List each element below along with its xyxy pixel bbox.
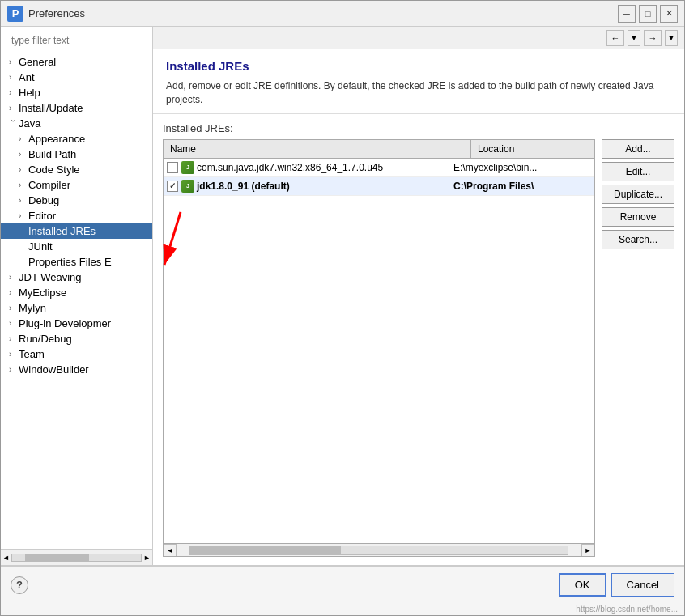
chevron-right-icon: › (19, 165, 27, 174)
window-title: Preferences (28, 7, 85, 19)
page-title: Installed JREs (166, 59, 671, 73)
sidebar-scrollbar[interactable]: ◄ ► (1, 549, 152, 565)
chevron-right-icon: › (19, 150, 27, 159)
sidebar-item-general[interactable]: › General (1, 54, 152, 70)
col-name-header: Name (164, 140, 471, 158)
jre-name-cell: J jdk1.8.0_91 (default) (167, 180, 450, 193)
jre-checkbox-checked[interactable] (167, 181, 178, 192)
remove-button[interactable]: Remove (602, 207, 674, 227)
chevron-right-icon: › (19, 181, 27, 189)
scroll-right-button[interactable]: ► (581, 544, 594, 557)
sidebar-item-ant[interactable]: › Ant (1, 70, 152, 85)
title-bar: P Preferences ─ □ ✕ (1, 1, 684, 27)
forward-dropdown-button[interactable]: ▼ (665, 30, 678, 46)
bottom-section: ? OK Cancel https://blog.csdn.net/home..… (1, 565, 684, 615)
sidebar-item-code-style[interactable]: › Code Style (1, 162, 152, 177)
maximize-button[interactable]: □ (639, 5, 657, 23)
sidebar-item-debug[interactable]: › Debug (1, 193, 152, 208)
sidebar: › General › Ant › Help › Install/Update (1, 27, 153, 565)
search-button[interactable]: Search... (602, 230, 674, 249)
sidebar-item-mylyn[interactable]: › Mylyn (1, 300, 152, 316)
sidebar-item-editor[interactable]: › Editor (1, 208, 152, 223)
chevron-right-icon: › (19, 134, 27, 143)
sidebar-item-myeclipse[interactable]: › MyEclipse (1, 285, 152, 300)
chevron-right-icon: › (9, 273, 17, 282)
content-toolbar: ← ▼ → ▼ (153, 27, 684, 49)
add-button[interactable]: Add... (602, 139, 674, 159)
installed-jres-label: Installed JREs: (163, 122, 674, 134)
scrollbar-thumb[interactable] (190, 546, 341, 554)
scrollbar-track[interactable] (189, 546, 568, 555)
sidebar-item-windowbuilder[interactable]: › WindowBuilder (1, 362, 152, 377)
svg-text:P: P (12, 8, 19, 19)
jre-table: Name Location J co (163, 139, 595, 557)
content-body: Installed JREs: (153, 114, 684, 565)
scroll-left-button[interactable]: ◄ (164, 544, 177, 557)
sidebar-item-run-debug[interactable]: › Run/Debug (1, 331, 152, 346)
sidebar-tree: › General › Ant › Help › Install/Update (1, 54, 152, 549)
window-controls: ─ □ ✕ (618, 5, 678, 23)
jre-checkbox[interactable] (167, 162, 178, 173)
dropdown-button[interactable]: ▼ (628, 30, 640, 46)
title-bar-left: P Preferences (7, 6, 85, 22)
minimize-button[interactable]: ─ (618, 5, 636, 23)
content-area: ← ▼ → ▼ Installed JREs Add, remove or ed… (153, 27, 684, 565)
bottom-bar: ? OK Cancel (1, 566, 684, 603)
cancel-button[interactable]: Cancel (611, 573, 674, 597)
help-button[interactable]: ? (11, 576, 28, 594)
chevron-right-icon: › (9, 365, 17, 374)
col-location-header: Location (471, 140, 594, 158)
sidebar-item-install-update[interactable]: › Install/Update (1, 100, 152, 116)
chevron-right-icon: › (9, 304, 17, 312)
close-button[interactable]: ✕ (660, 5, 678, 23)
sidebar-item-compiler[interactable]: › Compiler (1, 177, 152, 193)
table-horizontal-scrollbar[interactable]: ◄ ► (164, 543, 594, 556)
main-content: › General › Ant › Help › Install/Update (1, 27, 684, 565)
back-button[interactable]: ← (606, 30, 624, 46)
sidebar-item-plug-in-development[interactable]: › Plug-in Developmer (1, 316, 152, 331)
chevron-right-icon: › (9, 350, 17, 359)
chevron-right-icon: › (9, 57, 17, 66)
chevron-right-icon: › (9, 88, 17, 97)
sidebar-item-team[interactable]: › Team (1, 346, 152, 362)
forward-button[interactable]: → (644, 30, 662, 46)
page-description: Add, remove or edit JRE definitions. By … (166, 79, 671, 107)
jre-panel: Name Location J co (163, 139, 674, 557)
sidebar-item-help[interactable]: › Help (1, 85, 152, 100)
url-hint: https://blog.csdn.net/home... (1, 603, 684, 615)
jre-icon: J (181, 161, 194, 174)
chevron-right-icon: › (9, 104, 17, 113)
jre-table-body: J com.sun.java.jdk7.win32.x86_64_1.7.0.u… (164, 159, 594, 543)
dialog-buttons: OK Cancel (559, 573, 674, 597)
chevron-right-icon: › (9, 73, 17, 82)
chevron-right-icon: › (9, 288, 17, 297)
chevron-right-icon: › (19, 196, 27, 205)
sidebar-item-jdt-weaving[interactable]: › JDT Weaving (1, 270, 152, 285)
jre-icon: J (181, 180, 194, 193)
edit-button[interactable]: Edit... (602, 162, 674, 181)
jre-table-header: Name Location (164, 140, 594, 159)
sidebar-item-build-path[interactable]: › Build Path (1, 147, 152, 162)
app-icon: P (7, 6, 23, 22)
filter-input[interactable] (6, 32, 147, 49)
jre-action-buttons: Add... Edit... Duplicate... Remove Searc… (602, 139, 674, 557)
jre-location-cell: E:\myexclipse\bin... (450, 162, 591, 173)
duplicate-button[interactable]: Duplicate... (602, 185, 674, 204)
chevron-right-icon: › (9, 319, 17, 328)
jre-location-cell: C:\Program Files\ (450, 181, 591, 192)
content-header: Installed JREs Add, remove or edit JRE d… (153, 49, 684, 114)
ok-button[interactable]: OK (559, 573, 606, 597)
sidebar-item-junit[interactable]: JUnit (1, 239, 152, 254)
jre-name-cell: J com.sun.java.jdk7.win32.x86_64_1.7.0.u… (167, 161, 450, 174)
sidebar-item-appearance[interactable]: › Appearance (1, 131, 152, 147)
chevron-down-icon: › (9, 120, 18, 128)
sidebar-item-installed-jres[interactable]: Installed JREs (1, 223, 152, 239)
table-row[interactable]: J com.sun.java.jdk7.win32.x86_64_1.7.0.u… (164, 159, 594, 177)
chevron-right-icon: › (9, 334, 17, 343)
bottom-left: ? (11, 576, 28, 594)
table-row[interactable]: J jdk1.8.0_91 (default) C:\Program Files… (164, 177, 594, 196)
chevron-right-icon: › (19, 211, 27, 220)
sidebar-item-properties-files[interactable]: Properties Files E (1, 254, 152, 270)
sidebar-item-java[interactable]: › Java (1, 116, 152, 131)
preferences-window: P Preferences ─ □ ✕ › General › (0, 0, 685, 616)
